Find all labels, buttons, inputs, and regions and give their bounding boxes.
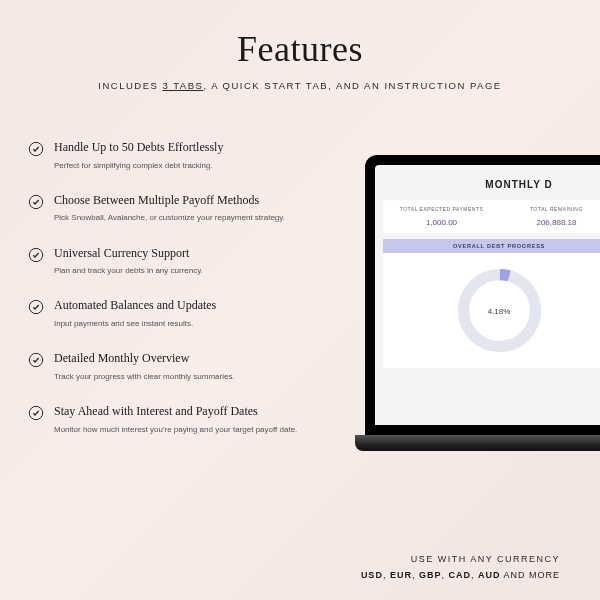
donut-chart: 4.18% <box>452 263 547 358</box>
dashboard-title: MONTHLY D <box>383 173 600 200</box>
currency: AUD <box>478 570 501 580</box>
feature-title: Handle Up to 50 Debts Effortlessly <box>54 140 328 156</box>
progress-body: 4.18% 25 15 10 <box>383 253 600 368</box>
check-icon <box>28 352 44 368</box>
stat-expected: TOTAL EXPECTED PAYMENTS 1,000.00 <box>387 206 496 227</box>
footer-line1: USE WITH ANY CURRENCY <box>361 554 560 564</box>
feature-item: Detailed Monthly OverviewTrack your prog… <box>28 351 328 382</box>
footer-suffix: AND MORE <box>500 570 560 580</box>
feature-desc: Track your progress with clear monthly s… <box>54 371 328 382</box>
feature-desc: Pick Snowball, Avalanche, or customize y… <box>54 212 328 223</box>
footer: USE WITH ANY CURRENCY USD, EUR, GBP, CAD… <box>361 554 560 580</box>
feature-desc: Monitor how much interest you're paying … <box>54 424 328 435</box>
currency: USD <box>361 570 383 580</box>
feature-title: Detailed Monthly Overview <box>54 351 328 367</box>
feature-text: Stay Ahead with Interest and Payoff Date… <box>54 404 328 435</box>
stat-value: 1,000.00 <box>387 218 496 227</box>
progress-header: OVERALL DEBT PROGRESS <box>383 239 600 253</box>
feature-title: Universal Currency Support <box>54 246 328 262</box>
subtitle-suffix: , A QUICK START TAB, AND AN INSTRUCTION … <box>203 80 501 91</box>
currency: EUR <box>390 570 412 580</box>
feature-item: Stay Ahead with Interest and Payoff Date… <box>28 404 328 435</box>
feature-item: Universal Currency SupportPlan and track… <box>28 246 328 277</box>
stat-label: TOTAL EXPECTED PAYMENTS <box>387 206 496 212</box>
feature-text: Automated Balances and UpdatesInput paym… <box>54 298 328 329</box>
currency: GBP <box>419 570 442 580</box>
feature-text: Universal Currency SupportPlan and track… <box>54 246 328 277</box>
check-icon <box>28 405 44 421</box>
currency: CAD <box>448 570 471 580</box>
feature-text: Handle Up to 50 Debts EffortlesslyPerfec… <box>54 140 328 171</box>
footer-line2: USD, EUR, GBP, CAD, AUD AND MORE <box>361 570 560 580</box>
feature-text: Detailed Monthly OverviewTrack your prog… <box>54 351 328 382</box>
subtitle-prefix: INCLUDES <box>98 80 162 91</box>
feature-item: Choose Between Multiple Payoff MethodsPi… <box>28 193 328 224</box>
feature-item: Handle Up to 50 Debts EffortlesslyPerfec… <box>28 140 328 171</box>
feature-title: Automated Balances and Updates <box>54 298 328 314</box>
stat-value: 206,888.18 <box>502 218 600 227</box>
feature-desc: Input payments and see instant results. <box>54 318 328 329</box>
feature-text: Choose Between Multiple Payoff MethodsPi… <box>54 193 328 224</box>
feature-desc: Plan and track your debts in any currenc… <box>54 265 328 276</box>
page-title: Features <box>0 28 600 70</box>
stat-label: TOTAL REMAINING <box>502 206 600 212</box>
laptop-mockup: MONTHLY D TOTAL EXPECTED PAYMENTS 1,000.… <box>365 155 600 465</box>
donut-percent: 4.18% <box>488 306 511 315</box>
laptop-base <box>355 435 600 451</box>
subtitle-underline: 3 TABS <box>163 80 204 91</box>
laptop-content: MONTHLY D TOTAL EXPECTED PAYMENTS 1,000.… <box>375 165 600 425</box>
check-icon <box>28 194 44 210</box>
feature-desc: Perfect for simplifying complex debt tra… <box>54 160 328 171</box>
subtitle: INCLUDES 3 TABS, A QUICK START TAB, AND … <box>0 80 600 91</box>
feature-title: Stay Ahead with Interest and Payoff Date… <box>54 404 328 420</box>
check-icon <box>28 299 44 315</box>
progress-section: OVERALL DEBT PROGRESS 4.18% 25 15 10 <box>383 239 600 368</box>
stat-remaining: TOTAL REMAINING 206,888.18 <box>502 206 600 227</box>
features-list: Handle Up to 50 Debts EffortlesslyPerfec… <box>28 140 328 457</box>
laptop-screen: MONTHLY D TOTAL EXPECTED PAYMENTS 1,000.… <box>365 155 600 435</box>
feature-item: Automated Balances and UpdatesInput paym… <box>28 298 328 329</box>
check-icon <box>28 141 44 157</box>
feature-title: Choose Between Multiple Payoff Methods <box>54 193 328 209</box>
stats-row: TOTAL EXPECTED PAYMENTS 1,000.00 TOTAL R… <box>383 200 600 233</box>
header: Features INCLUDES 3 TABS, A QUICK START … <box>0 0 600 91</box>
check-icon <box>28 247 44 263</box>
